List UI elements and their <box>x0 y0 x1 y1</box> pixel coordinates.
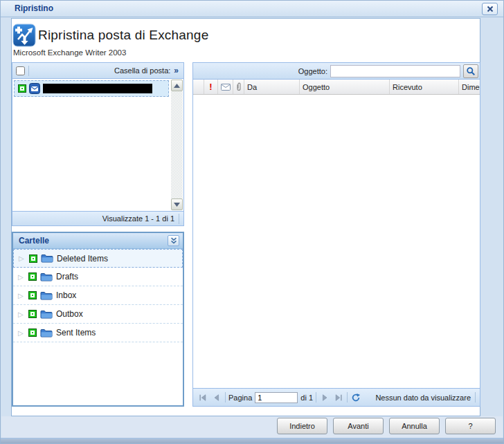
folder-row-drafts[interactable]: ▷ Drafts <box>13 268 183 286</box>
back-button[interactable]: Indietro <box>277 418 327 434</box>
priority-icon: ! <box>209 82 212 92</box>
folder-icon <box>40 310 53 319</box>
next-button[interactable]: Avanti <box>333 418 384 434</box>
magnifier-icon <box>466 66 476 76</box>
mailbox-panel: Casella di posta: » <box>12 62 184 226</box>
column-blank[interactable] <box>193 80 204 94</box>
content-area: Ripristina posta di Exchange Microsoft E… <box>11 18 480 416</box>
folders-panel-title: Cartelle <box>19 236 49 246</box>
exchange-restore-icon <box>12 24 36 47</box>
mailbox-status-text: Visualizzate 1 - 1 di 1 <box>102 214 174 223</box>
redacted-mailbox-name <box>43 84 152 93</box>
column-attachment[interactable] <box>233 80 244 94</box>
column-ricevuto[interactable]: Ricevuto <box>390 80 459 94</box>
folder-icon <box>41 254 53 263</box>
folders-panel-header: Cartelle <box>13 233 183 249</box>
messages-panel: Oggetto: ! <box>192 62 480 407</box>
mailbox-list <box>12 79 183 211</box>
column-oggetto[interactable]: Oggetto <box>300 80 390 94</box>
first-page-button[interactable] <box>197 392 208 403</box>
search-button[interactable] <box>463 64 478 78</box>
page-of-label: di 1 <box>300 394 313 402</box>
column-dimensione[interactable]: Dimen... <box>459 80 480 94</box>
folder-row-inbox[interactable]: ▷ Inbox <box>13 286 183 305</box>
subject-search-input[interactable] <box>330 65 460 77</box>
expander-icon[interactable]: ▷ <box>18 311 25 318</box>
folder-label: Outbox <box>56 309 83 319</box>
select-all-mailboxes-checkbox[interactable] <box>16 66 25 75</box>
expander-icon[interactable]: ▷ <box>19 255 26 262</box>
paperclip-icon <box>236 82 242 91</box>
mailbox-icon <box>29 83 40 94</box>
page-subtitle: Microsoft Exchange Writer 2003 <box>13 48 126 57</box>
folder-row-deleted-items[interactable]: ▷ Deleted Items <box>13 249 183 268</box>
folder-row-sent-items[interactable]: ▷ Sent Items <box>13 324 183 342</box>
arrow-down-icon <box>174 203 180 207</box>
paging-toolbar: Pagina di 1 <box>193 388 480 406</box>
pager-empty-text: Nessun dato da visualizzare <box>375 394 471 402</box>
expander-icon[interactable]: ▷ <box>18 329 25 337</box>
messages-toolbar: Oggetto: <box>193 63 480 80</box>
folder-row-outbox[interactable]: ▷ Outbox <box>13 305 183 324</box>
pager-separator <box>475 392 476 403</box>
grid-header: ! Da Oggetto Ricevuto Dimen... <box>193 80 480 95</box>
envelope-icon <box>221 84 231 91</box>
include-check-icon[interactable] <box>18 84 26 93</box>
mailbox-scrollbar[interactable] <box>171 80 183 210</box>
folders-panel: Cartelle ▷ Deleted Items ▷ <box>12 232 184 407</box>
include-check-icon[interactable] <box>29 255 37 263</box>
folder-icon <box>40 329 53 337</box>
titlebar: Ripristino <box>1 1 503 17</box>
column-priority[interactable]: ! <box>204 80 218 94</box>
previous-page-button[interactable] <box>211 392 222 403</box>
refresh-icon <box>351 393 361 403</box>
cancel-button[interactable]: Annulla <box>389 418 440 434</box>
next-page-button[interactable] <box>319 392 330 403</box>
close-icon <box>486 5 494 13</box>
column-message-type[interactable] <box>218 80 233 94</box>
column-da[interactable]: Da <box>244 80 300 94</box>
arrow-up-icon <box>174 84 180 88</box>
pager-status: Nessun dato da visualizzare <box>375 392 476 403</box>
scroll-down-button[interactable] <box>171 198 183 210</box>
pager-separator <box>225 392 226 403</box>
include-check-icon[interactable] <box>28 272 37 281</box>
include-check-icon[interactable] <box>28 291 37 299</box>
help-button[interactable]: ? <box>445 418 496 434</box>
toolbar-separator <box>28 66 29 76</box>
include-check-icon[interactable] <box>28 310 37 318</box>
expander-icon[interactable]: ▷ <box>18 273 25 281</box>
first-page-icon <box>199 394 207 402</box>
folder-label: Sent Items <box>56 328 96 337</box>
scroll-up-button[interactable] <box>171 80 183 91</box>
window-title: Ripristino <box>15 1 53 17</box>
status-separator <box>179 214 179 224</box>
page-title: Ripristina posta di Exchange <box>38 28 208 43</box>
mailbox-toolbar: Casella di posta: » <box>12 63 183 79</box>
mailbox-toolbar-label: Casella di posta: <box>114 66 170 75</box>
folder-label: Drafts <box>56 272 78 281</box>
folder-icon <box>40 272 53 281</box>
collapse-panel-button[interactable] <box>168 235 179 246</box>
window-bottom-edge <box>1 439 503 444</box>
mailbox-status-bar: Visualizzate 1 - 1 di 1 <box>12 211 183 225</box>
chevron-double-right-icon[interactable]: » <box>174 66 179 75</box>
pager-separator <box>347 392 348 403</box>
chevrons-down-icon <box>170 237 178 245</box>
last-page-icon <box>334 394 343 402</box>
page-label: Pagina <box>228 394 252 402</box>
close-button[interactable] <box>482 3 498 15</box>
folder-icon <box>40 291 53 300</box>
folder-label: Deleted Items <box>57 254 108 263</box>
folder-label: Inbox <box>56 290 76 300</box>
previous-page-icon <box>213 394 221 402</box>
subject-search-label: Oggetto: <box>298 67 327 75</box>
last-page-button[interactable] <box>333 392 344 403</box>
include-check-icon[interactable] <box>28 329 37 337</box>
restore-dialog-window: Ripristino Ripristina posta di Exchange … <box>0 0 504 444</box>
mailbox-row[interactable] <box>14 80 169 97</box>
page-number-input[interactable] <box>255 392 298 403</box>
grid-body-empty <box>193 95 480 388</box>
expander-icon[interactable]: ▷ <box>18 292 25 299</box>
refresh-button[interactable] <box>350 392 361 403</box>
